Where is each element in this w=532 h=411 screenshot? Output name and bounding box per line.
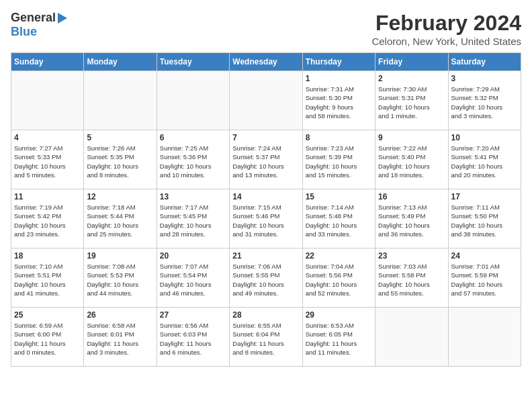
day-info: Sunrise: 7:31 AM Sunset: 5:30 PM Dayligh… (306, 85, 372, 120)
day-info: Sunrise: 7:22 AM Sunset: 5:40 PM Dayligh… (378, 144, 445, 179)
logo-triangle-icon (58, 13, 67, 24)
calendar-cell: 26Sunrise: 6:58 AM Sunset: 6:01 PM Dayli… (84, 308, 157, 367)
calendar-cell (157, 71, 229, 130)
day-number: 27 (160, 310, 226, 320)
header-wednesday: Wednesday (230, 53, 302, 71)
day-info: Sunrise: 7:03 AM Sunset: 5:58 PM Dayligh… (378, 262, 445, 298)
calendar-cell: 15Sunrise: 7:14 AM Sunset: 5:48 PM Dayli… (302, 189, 375, 248)
day-number: 22 (306, 251, 372, 261)
calendar-cell: 24Sunrise: 7:01 AM Sunset: 5:59 PM Dayli… (448, 248, 521, 308)
day-number: 3 (451, 74, 518, 83)
day-info: Sunrise: 7:25 AM Sunset: 5:36 PM Dayligh… (160, 144, 226, 179)
day-number: 20 (160, 251, 226, 261)
day-info: Sunrise: 7:11 AM Sunset: 5:50 PM Dayligh… (451, 203, 518, 238)
day-info: Sunrise: 7:18 AM Sunset: 5:44 PM Dayligh… (87, 203, 153, 238)
day-number: 13 (160, 192, 226, 201)
logo-general-text: General (11, 11, 56, 25)
header-friday: Friday (375, 53, 448, 71)
calendar-cell: 19Sunrise: 7:08 AM Sunset: 5:53 PM Dayli… (84, 248, 157, 308)
calendar-cell: 22Sunrise: 7:04 AM Sunset: 5:56 PM Dayli… (302, 248, 375, 308)
day-info: Sunrise: 7:07 AM Sunset: 5:54 PM Dayligh… (160, 262, 226, 298)
day-info: Sunrise: 7:10 AM Sunset: 5:51 PM Dayligh… (14, 262, 81, 298)
day-number: 25 (14, 310, 81, 320)
calendar-cell: 29Sunrise: 6:53 AM Sunset: 6:05 PM Dayli… (302, 308, 375, 367)
calendar-cell (448, 308, 521, 367)
week-row-0: 1Sunrise: 7:31 AM Sunset: 5:30 PM Daylig… (11, 71, 521, 130)
day-info: Sunrise: 7:30 AM Sunset: 5:31 PM Dayligh… (378, 85, 445, 120)
calendar-cell: 10Sunrise: 7:20 AM Sunset: 5:41 PM Dayli… (448, 130, 521, 189)
calendar-cell: 14Sunrise: 7:15 AM Sunset: 5:46 PM Dayli… (230, 189, 302, 248)
day-number: 12 (87, 192, 153, 201)
calendar-subtitle: Celoron, New York, United States (371, 36, 521, 47)
calendar-cell: 27Sunrise: 6:56 AM Sunset: 6:03 PM Dayli… (157, 308, 229, 367)
day-info: Sunrise: 7:26 AM Sunset: 5:35 PM Dayligh… (87, 144, 153, 179)
calendar-header-row: SundayMondayTuesdayWednesdayThursdayFrid… (11, 53, 521, 71)
day-info: Sunrise: 6:59 AM Sunset: 6:00 PM Dayligh… (14, 321, 81, 357)
day-info: Sunrise: 6:55 AM Sunset: 6:04 PM Dayligh… (232, 321, 299, 357)
day-info: Sunrise: 7:06 AM Sunset: 5:55 PM Dayligh… (232, 262, 299, 298)
calendar-cell: 25Sunrise: 6:59 AM Sunset: 6:00 PM Dayli… (11, 308, 84, 367)
day-number: 18 (14, 251, 81, 261)
day-info: Sunrise: 7:23 AM Sunset: 5:39 PM Dayligh… (306, 144, 372, 179)
day-number: 2 (378, 74, 445, 83)
calendar-cell (11, 71, 84, 130)
day-number: 19 (87, 251, 153, 261)
logo-blue-text: Blue (11, 25, 37, 39)
day-number: 4 (14, 133, 81, 142)
day-number: 28 (232, 310, 299, 320)
day-info: Sunrise: 6:58 AM Sunset: 6:01 PM Dayligh… (87, 321, 153, 357)
calendar-cell: 17Sunrise: 7:11 AM Sunset: 5:50 PM Dayli… (448, 189, 521, 248)
calendar-cell (230, 71, 302, 130)
header-monday: Monday (84, 53, 157, 71)
calendar-cell (375, 308, 448, 367)
day-info: Sunrise: 7:19 AM Sunset: 5:42 PM Dayligh… (14, 203, 81, 238)
calendar-cell: 3Sunrise: 7:29 AM Sunset: 5:32 PM Daylig… (448, 71, 521, 130)
calendar-cell: 28Sunrise: 6:55 AM Sunset: 6:04 PM Dayli… (230, 308, 302, 367)
week-row-3: 18Sunrise: 7:10 AM Sunset: 5:51 PM Dayli… (11, 248, 521, 308)
header-sunday: Sunday (11, 53, 84, 71)
week-row-2: 11Sunrise: 7:19 AM Sunset: 5:42 PM Dayli… (11, 189, 521, 248)
header-saturday: Saturday (448, 53, 521, 71)
calendar-cell: 12Sunrise: 7:18 AM Sunset: 5:44 PM Dayli… (84, 189, 157, 248)
day-info: Sunrise: 7:13 AM Sunset: 5:49 PM Dayligh… (378, 203, 445, 238)
day-number: 29 (306, 310, 372, 320)
day-number: 9 (378, 133, 445, 142)
day-info: Sunrise: 7:04 AM Sunset: 5:56 PM Dayligh… (306, 262, 372, 298)
day-number: 10 (451, 133, 518, 142)
calendar-cell: 18Sunrise: 7:10 AM Sunset: 5:51 PM Dayli… (11, 248, 84, 308)
day-number: 24 (451, 251, 518, 261)
logo: General Blue (11, 11, 68, 39)
calendar-cell: 9Sunrise: 7:22 AM Sunset: 5:40 PM Daylig… (375, 130, 448, 189)
day-info: Sunrise: 6:53 AM Sunset: 6:05 PM Dayligh… (306, 321, 372, 357)
day-number: 11 (14, 192, 81, 201)
day-info: Sunrise: 7:17 AM Sunset: 5:45 PM Dayligh… (160, 203, 226, 238)
calendar-cell: 13Sunrise: 7:17 AM Sunset: 5:45 PM Dayli… (157, 189, 229, 248)
calendar-cell: 2Sunrise: 7:30 AM Sunset: 5:31 PM Daylig… (375, 71, 448, 130)
week-row-1: 4Sunrise: 7:27 AM Sunset: 5:33 PM Daylig… (11, 130, 521, 189)
page-header: General Blue February 2024 Celoron, New … (11, 11, 521, 47)
week-row-4: 25Sunrise: 6:59 AM Sunset: 6:00 PM Dayli… (11, 308, 521, 367)
header-tuesday: Tuesday (157, 53, 229, 71)
day-number: 21 (232, 251, 299, 261)
calendar-cell: 11Sunrise: 7:19 AM Sunset: 5:42 PM Dayli… (11, 189, 84, 248)
day-number: 1 (306, 74, 372, 83)
day-number: 16 (378, 192, 445, 201)
calendar-cell: 1Sunrise: 7:31 AM Sunset: 5:30 PM Daylig… (302, 71, 375, 130)
title-section: February 2024 Celoron, New York, United … (371, 11, 521, 47)
day-info: Sunrise: 7:29 AM Sunset: 5:32 PM Dayligh… (451, 85, 518, 120)
day-info: Sunrise: 7:20 AM Sunset: 5:41 PM Dayligh… (451, 144, 518, 179)
calendar-cell: 21Sunrise: 7:06 AM Sunset: 5:55 PM Dayli… (230, 248, 302, 308)
day-number: 26 (87, 310, 153, 320)
day-number: 23 (378, 251, 445, 261)
calendar-cell: 23Sunrise: 7:03 AM Sunset: 5:58 PM Dayli… (375, 248, 448, 308)
calendar-table: SundayMondayTuesdayWednesdayThursdayFrid… (11, 52, 521, 367)
day-number: 17 (451, 192, 518, 201)
header-thursday: Thursday (302, 53, 375, 71)
day-number: 15 (306, 192, 372, 201)
calendar-cell: 8Sunrise: 7:23 AM Sunset: 5:39 PM Daylig… (302, 130, 375, 189)
day-info: Sunrise: 7:01 AM Sunset: 5:59 PM Dayligh… (451, 262, 518, 298)
calendar-title: February 2024 (371, 11, 521, 36)
calendar-cell: 7Sunrise: 7:24 AM Sunset: 5:37 PM Daylig… (230, 130, 302, 189)
day-number: 6 (160, 133, 226, 142)
day-info: Sunrise: 7:24 AM Sunset: 5:37 PM Dayligh… (232, 144, 299, 179)
